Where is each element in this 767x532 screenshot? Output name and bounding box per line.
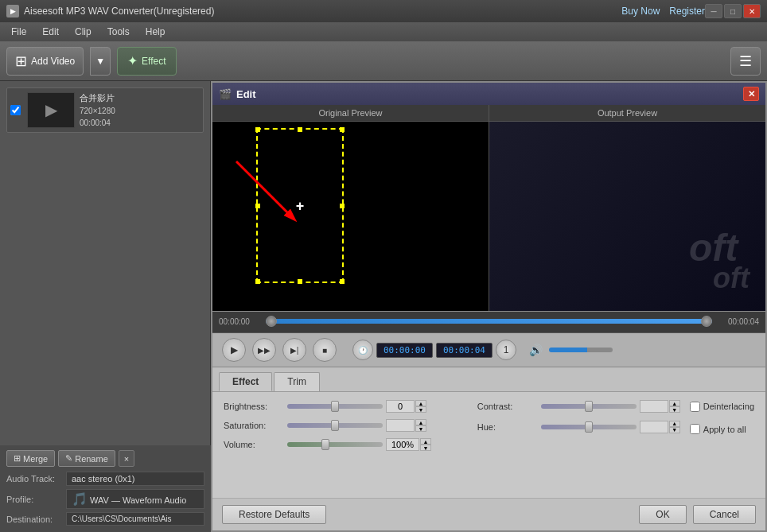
tab-trim[interactable]: Trim xyxy=(274,372,320,391)
handle-tm xyxy=(298,127,302,132)
next-frame-button[interactable]: ▶| xyxy=(282,338,306,362)
timeline-track[interactable] xyxy=(266,319,712,324)
contrast-down[interactable]: ▼ xyxy=(669,406,680,413)
effect-button[interactable]: ✦ Effect xyxy=(117,47,176,76)
rename-button[interactable]: ✎ Rename xyxy=(58,450,115,467)
menu-hamburger-button[interactable]: ☰ xyxy=(730,47,761,76)
apply-to-all-row: Apply to all xyxy=(690,424,746,434)
hue-input[interactable] xyxy=(640,421,668,433)
video-checkbox[interactable] xyxy=(10,105,21,115)
brightness-input[interactable] xyxy=(386,400,415,413)
video-resolution: 720×1280 xyxy=(80,105,115,117)
timeline-bar: 00:00:00 00:00:04 xyxy=(219,315,759,328)
contrast-label: Contrast: xyxy=(477,402,541,411)
buy-now-link[interactable]: Buy Now xyxy=(621,6,660,17)
merge-label: Merge xyxy=(23,454,48,464)
playback-controls: ▶ ▶▶ ▶| ■ 🕐 00:00:00 00:00:04 1 🔊 xyxy=(212,333,765,367)
current-time-display: 00:00:00 xyxy=(376,343,433,358)
video-title: 合并影片 xyxy=(80,91,115,105)
corner-tl xyxy=(255,127,260,132)
preview-area: Original Preview + xyxy=(212,105,765,312)
hue-thumb[interactable] xyxy=(585,421,593,433)
menu-help[interactable]: Help xyxy=(138,25,173,39)
volume-down[interactable]: ▼ xyxy=(420,445,431,451)
dialog-close-button[interactable]: ✕ xyxy=(743,87,759,101)
apply-to-all-label: Apply to all xyxy=(703,425,746,434)
original-preview-label: Original Preview xyxy=(212,105,489,122)
effect-panel: Brightness: ▲ ▼ Saturation: xyxy=(212,391,765,498)
minimize-button[interactable]: ─ xyxy=(705,4,722,18)
contrast-slider[interactable] xyxy=(541,404,637,409)
dialog-title-icon: 🎬 xyxy=(219,88,232,100)
brightness-up[interactable]: ▲ xyxy=(415,400,426,406)
rename-label: Rename xyxy=(75,454,108,464)
remove-button[interactable]: × xyxy=(119,450,134,467)
close-button[interactable]: ✕ xyxy=(743,4,761,18)
stop-button[interactable]: ■ xyxy=(313,338,337,362)
brightness-down[interactable]: ▼ xyxy=(415,406,426,413)
hue-slider[interactable] xyxy=(541,425,637,429)
menu-edit[interactable]: Edit xyxy=(34,25,67,39)
corner-tr xyxy=(340,127,345,132)
saturation-slider[interactable] xyxy=(287,423,383,428)
play-button[interactable]: ▶ xyxy=(222,338,246,362)
menu-file[interactable]: File xyxy=(3,25,34,39)
audio-track-label: Audio Track: xyxy=(6,474,66,483)
total-time-display: 00:00:04 xyxy=(436,343,493,358)
audio-track-value: aac stereo (0x1) xyxy=(66,472,204,486)
saturation-row: Saturation: ▲ ▼ xyxy=(224,419,461,432)
brightness-slider[interactable] xyxy=(287,404,383,409)
deinterlacing-checkbox[interactable] xyxy=(690,402,700,412)
hue-down[interactable]: ▼ xyxy=(669,427,680,433)
left-panel: ▶ 合并影片 720×1280 00:00:04 ⊞ Merge ✎ Renam… xyxy=(0,81,211,532)
brightness-spinner: ▲ ▼ xyxy=(415,400,426,413)
destination-row: Destination: C:\Users\CS\Documents\Ais xyxy=(6,512,204,526)
audio-track-row: Audio Track: aac stereo (0x1) xyxy=(6,472,204,486)
register-link[interactable]: Register xyxy=(669,6,705,17)
contrast-input[interactable] xyxy=(640,400,668,413)
add-video-dropdown[interactable]: ▼ xyxy=(90,47,111,76)
ok-button[interactable]: OK xyxy=(639,505,686,524)
destination-value: C:\Users\CS\Documents\Ais xyxy=(66,512,204,526)
profile-value: 🎵 WAV — Waveform Audio xyxy=(66,489,204,509)
brightness-thumb[interactable] xyxy=(331,401,339,412)
restore-defaults-button[interactable]: Restore Defaults xyxy=(222,505,326,524)
time-marker-button[interactable]: 1 xyxy=(496,340,516,360)
saturation-down[interactable]: ▼ xyxy=(415,425,426,432)
fast-forward-button[interactable]: ▶▶ xyxy=(252,338,276,362)
hue-up[interactable]: ▲ xyxy=(669,421,680,427)
volume-input[interactable] xyxy=(386,438,419,451)
add-video-icon: ⊞ xyxy=(15,52,27,70)
contrast-up[interactable]: ▲ xyxy=(669,400,680,406)
dialog-footer: Restore Defaults OK Cancel xyxy=(212,498,765,530)
contrast-row: Contrast: ▲ ▼ Deinterlacing xyxy=(477,400,754,413)
timeline-start-thumb[interactable] xyxy=(266,316,277,327)
original-preview-canvas: + xyxy=(212,122,489,311)
tabs-area: Effect Trim xyxy=(212,367,765,391)
add-video-button[interactable]: ⊞ Add Video xyxy=(6,47,84,76)
volume-row: Volume: ▲ ▼ xyxy=(224,438,461,451)
saturation-up[interactable]: ▲ xyxy=(415,419,426,425)
handle-ml xyxy=(255,204,260,208)
cancel-button[interactable]: Cancel xyxy=(693,505,756,524)
volume-slider[interactable] xyxy=(549,348,613,352)
saturation-thumb[interactable] xyxy=(331,420,339,431)
menu-clip[interactable]: Clip xyxy=(67,25,99,39)
apply-to-all-checkbox[interactable] xyxy=(690,424,700,434)
edit-dialog: 🎬 Edit ✕ Original Preview + xyxy=(211,81,767,532)
dialog-title: Edit xyxy=(236,88,743,100)
volume-thumb[interactable] xyxy=(321,439,329,450)
action-buttons: ⊞ Merge ✎ Rename × xyxy=(6,450,204,467)
menu-tools[interactable]: Tools xyxy=(99,25,138,39)
contrast-thumb[interactable] xyxy=(585,401,593,412)
merge-button[interactable]: ⊞ Merge xyxy=(6,450,55,467)
saturation-input[interactable] xyxy=(386,419,415,432)
time-display: 🕐 00:00:00 00:00:04 1 xyxy=(352,340,516,360)
maximize-button[interactable]: □ xyxy=(724,4,742,18)
toolbar: ⊞ Add Video ▼ ✦ Effect ☰ xyxy=(0,41,767,81)
volume-slider-effect[interactable] xyxy=(287,442,383,447)
timeline-end-thumb[interactable] xyxy=(701,316,712,327)
tab-effect[interactable]: Effect xyxy=(219,372,272,391)
handle-bm xyxy=(298,279,302,284)
volume-up[interactable]: ▲ xyxy=(420,438,431,445)
